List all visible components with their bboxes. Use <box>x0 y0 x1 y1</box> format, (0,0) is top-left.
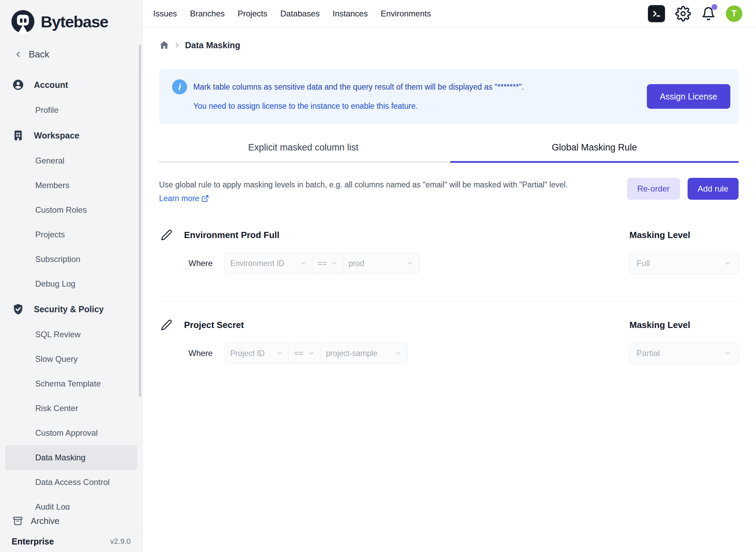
rule-title: Environment Prod Full <box>184 230 279 240</box>
sidebar-item-members[interactable]: Members <box>5 173 137 198</box>
where-label: Where <box>188 259 213 268</box>
chevron-down-icon <box>724 350 731 357</box>
masking-level-header: Masking Level <box>629 320 739 330</box>
sidebar-item-projects[interactable]: Projects <box>5 222 137 247</box>
nav-databases[interactable]: Databases <box>280 9 320 18</box>
sidebar-item-risk-center[interactable]: Risk Center <box>5 396 137 421</box>
nav-projects[interactable]: Projects <box>238 9 268 18</box>
terminal-icon <box>651 8 662 19</box>
rule-title: Project Secret <box>184 320 244 330</box>
gear-icon <box>675 6 691 22</box>
masking-level-select[interactable]: Partial <box>629 342 739 364</box>
top-navigation: Issues Branches Projects Databases Insta… <box>153 9 431 18</box>
notification-dot <box>712 4 717 10</box>
chevron-down-icon <box>308 350 315 357</box>
masking-level-header: Masking Level <box>629 230 739 240</box>
masking-rule: Environment Prod Full Masking Level Wher… <box>159 229 739 274</box>
rule-divider <box>159 301 739 301</box>
condition-operator-select[interactable]: == <box>312 253 343 274</box>
condition-operator-select[interactable]: == <box>289 343 321 364</box>
home-icon[interactable] <box>159 40 169 50</box>
rule-body: Where Environment ID == <box>159 252 739 274</box>
settings-button[interactable] <box>675 6 691 22</box>
sql-editor-button[interactable] <box>648 5 665 22</box>
edit-pencil-icon[interactable] <box>161 319 172 331</box>
reorder-button[interactable]: Re-order <box>627 178 680 200</box>
brand-name: Bytebase <box>41 12 108 31</box>
rule-header: Project Secret Masking Level <box>159 319 739 331</box>
sidebar-scrollbar[interactable] <box>139 44 141 397</box>
page-title: Data Masking <box>185 40 240 50</box>
sidebar-item-debug-log[interactable]: Debug Log <box>5 272 137 296</box>
sidebar-section-security-policy: Security & Policy <box>0 296 142 322</box>
section-label: Security & Policy <box>34 304 104 314</box>
sidebar-section-workspace: Workspace <box>0 122 142 148</box>
banner-text: Mark table columns as sensitive data and… <box>193 77 524 116</box>
shield-check-icon <box>12 303 24 315</box>
condition-value-select[interactable]: project-sample <box>321 343 407 364</box>
sidebar-item-custom-approval[interactable]: Custom Approval <box>5 421 137 445</box>
add-rule-button[interactable]: Add rule <box>688 178 739 200</box>
tab-bar: Explicit masked column list Global Maski… <box>159 138 739 163</box>
rule-header: Environment Prod Full Masking Level <box>159 229 739 241</box>
banner-line-1: Mark table columns as sensitive data and… <box>193 77 524 96</box>
archive-icon <box>12 515 23 526</box>
app-root: Bytebase Back Account Profile <box>0 0 756 552</box>
nav-instances[interactable]: Instances <box>333 9 368 18</box>
avatar[interactable]: T <box>726 5 742 22</box>
tab-global-masking-rule[interactable]: Global Masking Rule <box>450 138 739 163</box>
back-label: Back <box>29 49 49 60</box>
license-banner: i Mark table columns as sensitive data a… <box>159 69 739 124</box>
toolbar-buttons: Re-order Add rule <box>627 178 739 200</box>
banner-line-2: You need to assign license to the instan… <box>193 96 524 116</box>
sidebar-item-archive[interactable]: Archive <box>0 511 142 530</box>
nav-environments[interactable]: Environments <box>381 9 431 18</box>
sidebar-nav: Account Profile Workspace General Member… <box>0 66 142 510</box>
rules-toolbar: Use global rule to apply masking levels … <box>159 178 739 205</box>
sidebar-section-account: Account <box>0 72 142 98</box>
sidebar: Bytebase Back Account Profile <box>0 0 143 552</box>
sidebar-item-subscription[interactable]: Subscription <box>5 247 137 272</box>
chevron-right-icon <box>173 41 181 49</box>
nav-issues[interactable]: Issues <box>153 9 177 18</box>
sidebar-item-audit-log[interactable]: Audit Log <box>5 495 137 510</box>
chevron-down-icon <box>724 260 731 267</box>
assign-license-button[interactable]: Assign License <box>647 84 730 109</box>
condition-group: Environment ID == prod <box>224 253 419 274</box>
sidebar-item-data-access-control[interactable]: Data Access Control <box>5 470 137 495</box>
rule-body: Where Project ID == <box>159 342 739 364</box>
sidebar-bottom: Archive Enterprise v2.9.0 <box>0 511 142 552</box>
condition-field-select[interactable]: Project ID <box>225 343 289 364</box>
nav-branches[interactable]: Branches <box>190 9 224 18</box>
learn-more-link[interactable]: Learn more <box>159 192 209 205</box>
sidebar-item-sql-review[interactable]: SQL Review <box>5 322 137 347</box>
plan-badge: Enterprise <box>12 537 54 547</box>
sidebar-item-general[interactable]: General <box>5 148 137 173</box>
version-label: v2.9.0 <box>110 537 131 546</box>
topbar: Issues Branches Projects Databases Insta… <box>143 0 756 27</box>
sidebar-footer: Enterprise v2.9.0 <box>0 530 142 552</box>
sidebar-item-slow-query[interactable]: Slow Query <box>5 347 137 371</box>
section-label: Workspace <box>34 131 79 141</box>
sidebar-item-custom-roles[interactable]: Custom Roles <box>5 198 137 222</box>
tab-explicit-masked-column-list[interactable]: Explicit masked column list <box>159 138 447 163</box>
sidebar-item-schema-template[interactable]: Schema Template <box>5 371 137 396</box>
rules-description: Use global rule to apply masking levels … <box>159 178 616 205</box>
masking-level-select[interactable]: Full <box>629 252 739 274</box>
chevron-down-icon <box>276 350 283 357</box>
sidebar-item-data-masking[interactable]: Data Masking <box>5 445 137 470</box>
masking-level-label: Masking Level <box>629 320 690 330</box>
back-button[interactable]: Back <box>0 43 142 66</box>
masking-rule: Project Secret Masking Level Where Proje… <box>159 319 739 364</box>
sidebar-item-profile[interactable]: Profile <box>5 98 137 122</box>
topbar-actions: T <box>648 5 742 22</box>
condition-value-select[interactable]: prod <box>343 253 419 274</box>
external-link-icon <box>201 195 209 202</box>
condition-field-select[interactable]: Environment ID <box>225 253 312 274</box>
section-label: Account <box>34 80 68 90</box>
user-circle-icon <box>12 79 24 91</box>
notifications-button[interactable] <box>701 6 716 21</box>
edit-pencil-icon[interactable] <box>161 229 172 241</box>
brand-logo[interactable]: Bytebase <box>0 0 142 43</box>
building-icon <box>12 129 24 142</box>
